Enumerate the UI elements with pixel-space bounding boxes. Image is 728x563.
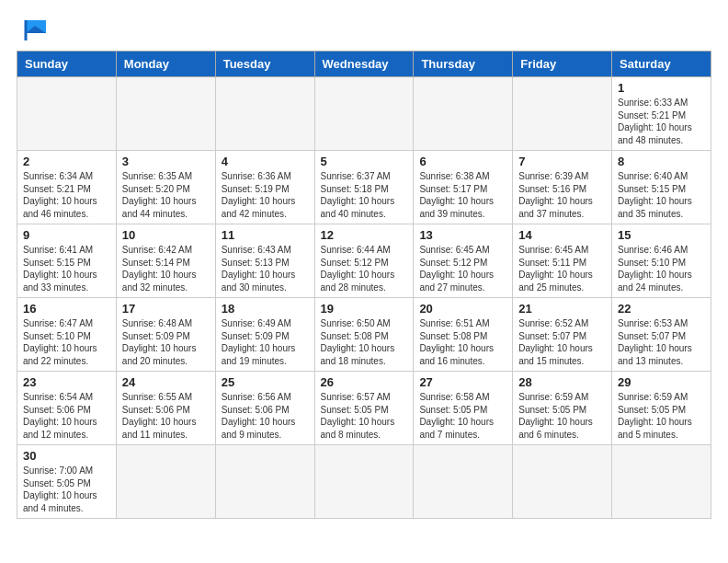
calendar-cell: 2Sunrise: 6:34 AM Sunset: 5:21 PM Daylig… xyxy=(17,151,117,224)
day-number: 8 xyxy=(618,155,705,168)
day-number: 5 xyxy=(321,155,408,168)
weekday-header-saturday: Saturday xyxy=(612,52,711,77)
calendar-cell xyxy=(116,77,215,151)
day-info: Sunrise: 6:43 AM Sunset: 5:13 PM Dayligh… xyxy=(222,244,309,293)
calendar-cell: 13Sunrise: 6:45 AM Sunset: 5:12 PM Dayli… xyxy=(414,224,513,298)
day-number: 4 xyxy=(222,155,309,168)
day-info: Sunrise: 6:39 AM Sunset: 5:16 PM Dayligh… xyxy=(518,170,606,220)
day-info: Sunrise: 6:51 AM Sunset: 5:08 PM Dayligh… xyxy=(419,317,506,367)
calendar-cell xyxy=(215,445,314,519)
day-number: 15 xyxy=(618,228,705,242)
day-info: Sunrise: 6:59 AM Sunset: 5:05 PM Dayligh… xyxy=(518,391,606,441)
day-number: 3 xyxy=(122,155,210,168)
calendar-cell xyxy=(414,445,513,519)
calendar-cell: 30Sunrise: 7:00 AM Sunset: 5:05 PM Dayli… xyxy=(17,445,117,519)
day-number: 16 xyxy=(23,302,110,316)
day-info: Sunrise: 6:34 AM Sunset: 5:21 PM Dayligh… xyxy=(23,170,110,220)
day-info: Sunrise: 6:46 AM Sunset: 5:10 PM Dayligh… xyxy=(618,244,705,293)
day-number: 6 xyxy=(419,155,506,168)
day-info: Sunrise: 7:00 AM Sunset: 5:05 PM Dayligh… xyxy=(23,465,110,514)
calendar-cell: 5Sunrise: 6:37 AM Sunset: 5:18 PM Daylig… xyxy=(314,151,414,224)
calendar-cell xyxy=(314,77,414,151)
day-number: 18 xyxy=(222,302,309,316)
day-info: Sunrise: 6:41 AM Sunset: 5:15 PM Dayligh… xyxy=(23,244,110,293)
day-number: 17 xyxy=(122,302,210,316)
day-number: 23 xyxy=(23,375,110,389)
calendar-week-4: 16Sunrise: 6:47 AM Sunset: 5:10 PM Dayli… xyxy=(17,298,711,372)
day-number: 11 xyxy=(222,228,309,242)
calendar-week-6: 30Sunrise: 7:00 AM Sunset: 5:05 PM Dayli… xyxy=(17,445,711,519)
calendar-cell xyxy=(612,445,711,519)
day-number: 20 xyxy=(419,302,506,316)
calendar-cell xyxy=(17,77,117,151)
day-info: Sunrise: 6:40 AM Sunset: 5:15 PM Dayligh… xyxy=(618,170,705,220)
day-info: Sunrise: 6:45 AM Sunset: 5:11 PM Dayligh… xyxy=(518,244,606,293)
day-number: 22 xyxy=(618,302,705,316)
calendar-cell: 16Sunrise: 6:47 AM Sunset: 5:10 PM Dayli… xyxy=(17,298,117,372)
calendar-cell: 14Sunrise: 6:45 AM Sunset: 5:11 PM Dayli… xyxy=(513,224,612,298)
calendar-table: SundayMondayTuesdayWednesdayThursdayFrid… xyxy=(17,51,711,519)
calendar-cell: 17Sunrise: 6:48 AM Sunset: 5:09 PM Dayli… xyxy=(116,298,215,372)
calendar-cell: 21Sunrise: 6:52 AM Sunset: 5:07 PM Dayli… xyxy=(513,298,612,372)
day-number: 2 xyxy=(23,155,110,168)
day-info: Sunrise: 6:57 AM Sunset: 5:05 PM Dayligh… xyxy=(321,391,408,441)
day-number: 28 xyxy=(518,375,606,389)
day-number: 29 xyxy=(618,375,705,389)
day-info: Sunrise: 6:49 AM Sunset: 5:09 PM Dayligh… xyxy=(222,317,309,367)
calendar-cell: 7Sunrise: 6:39 AM Sunset: 5:16 PM Daylig… xyxy=(513,151,612,224)
weekday-header-wednesday: Wednesday xyxy=(314,52,414,77)
weekday-header-friday: Friday xyxy=(513,52,612,77)
calendar-cell: 26Sunrise: 6:57 AM Sunset: 5:05 PM Dayli… xyxy=(314,372,414,445)
day-number: 19 xyxy=(321,302,408,316)
calendar-cell: 6Sunrise: 6:38 AM Sunset: 5:17 PM Daylig… xyxy=(414,151,513,224)
day-number: 27 xyxy=(419,375,506,389)
day-number: 21 xyxy=(518,302,606,316)
day-number: 30 xyxy=(23,449,110,463)
day-info: Sunrise: 6:59 AM Sunset: 5:05 PM Dayligh… xyxy=(618,391,705,441)
day-info: Sunrise: 6:33 AM Sunset: 5:21 PM Dayligh… xyxy=(618,97,705,146)
calendar-cell: 27Sunrise: 6:58 AM Sunset: 5:05 PM Dayli… xyxy=(414,372,513,445)
calendar-cell: 23Sunrise: 6:54 AM Sunset: 5:06 PM Dayli… xyxy=(17,372,117,445)
calendar-cell xyxy=(513,445,612,519)
calendar-week-5: 23Sunrise: 6:54 AM Sunset: 5:06 PM Dayli… xyxy=(17,372,711,445)
day-number: 25 xyxy=(222,375,309,389)
calendar-cell: 20Sunrise: 6:51 AM Sunset: 5:08 PM Dayli… xyxy=(414,298,513,372)
calendar-cell: 28Sunrise: 6:59 AM Sunset: 5:05 PM Dayli… xyxy=(513,372,612,445)
day-info: Sunrise: 6:45 AM Sunset: 5:12 PM Dayligh… xyxy=(419,244,506,293)
day-info: Sunrise: 6:54 AM Sunset: 5:06 PM Dayligh… xyxy=(23,391,110,441)
calendar-cell: 10Sunrise: 6:42 AM Sunset: 5:14 PM Dayli… xyxy=(116,224,215,298)
day-info: Sunrise: 6:42 AM Sunset: 5:14 PM Dayligh… xyxy=(122,244,210,293)
day-info: Sunrise: 6:47 AM Sunset: 5:10 PM Dayligh… xyxy=(23,317,110,367)
calendar-cell: 12Sunrise: 6:44 AM Sunset: 5:12 PM Dayli… xyxy=(314,224,414,298)
day-number: 26 xyxy=(321,375,408,389)
calendar-cell: 18Sunrise: 6:49 AM Sunset: 5:09 PM Dayli… xyxy=(215,298,314,372)
day-number: 1 xyxy=(618,81,705,95)
calendar-body: 1Sunrise: 6:33 AM Sunset: 5:21 PM Daylig… xyxy=(17,77,711,519)
day-info: Sunrise: 6:58 AM Sunset: 5:05 PM Dayligh… xyxy=(419,391,506,441)
day-info: Sunrise: 6:38 AM Sunset: 5:17 PM Dayligh… xyxy=(419,170,506,220)
page: SundayMondayTuesdayWednesdayThursdayFrid… xyxy=(0,0,728,528)
day-info: Sunrise: 6:35 AM Sunset: 5:20 PM Dayligh… xyxy=(122,170,210,220)
weekday-header-row: SundayMondayTuesdayWednesdayThursdayFrid… xyxy=(17,52,711,77)
day-info: Sunrise: 6:55 AM Sunset: 5:06 PM Dayligh… xyxy=(122,391,210,441)
day-info: Sunrise: 6:53 AM Sunset: 5:07 PM Dayligh… xyxy=(618,317,705,367)
calendar-cell xyxy=(215,77,314,151)
day-info: Sunrise: 6:56 AM Sunset: 5:06 PM Dayligh… xyxy=(222,391,309,441)
day-info: Sunrise: 6:48 AM Sunset: 5:09 PM Dayligh… xyxy=(122,317,210,367)
calendar-week-3: 9Sunrise: 6:41 AM Sunset: 5:15 PM Daylig… xyxy=(17,224,711,298)
day-number: 14 xyxy=(518,228,606,242)
day-number: 7 xyxy=(518,155,606,168)
day-info: Sunrise: 6:52 AM Sunset: 5:07 PM Dayligh… xyxy=(518,317,606,367)
calendar-header: SundayMondayTuesdayWednesdayThursdayFrid… xyxy=(17,52,711,77)
day-info: Sunrise: 6:37 AM Sunset: 5:18 PM Dayligh… xyxy=(321,170,408,220)
calendar-cell xyxy=(513,77,612,151)
calendar-cell xyxy=(414,77,513,151)
weekday-header-monday: Monday xyxy=(116,52,215,77)
day-number: 9 xyxy=(23,228,110,242)
calendar-cell: 11Sunrise: 6:43 AM Sunset: 5:13 PM Dayli… xyxy=(215,224,314,298)
calendar-cell: 3Sunrise: 6:35 AM Sunset: 5:20 PM Daylig… xyxy=(116,151,215,224)
day-info: Sunrise: 6:36 AM Sunset: 5:19 PM Dayligh… xyxy=(222,170,309,220)
day-number: 24 xyxy=(122,375,210,389)
day-number: 12 xyxy=(321,228,408,242)
calendar-cell: 9Sunrise: 6:41 AM Sunset: 5:15 PM Daylig… xyxy=(17,224,117,298)
